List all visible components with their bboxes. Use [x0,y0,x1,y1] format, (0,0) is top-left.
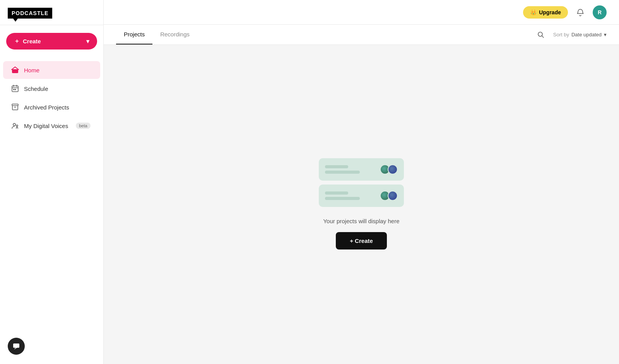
user-avatar[interactable]: R [593,5,607,19]
logo: PODCASTLE [8,8,52,19]
create-button[interactable]: ＋ Create ▾ [6,33,97,50]
create-button-label: Create [23,38,41,44]
svg-rect-0 [12,69,18,73]
sidebar-item-home-label: Home [24,67,39,73]
tab-bar: Projects Recordings [116,25,197,44]
plus-icon: ＋ [14,38,20,45]
header-actions: Sort by Date updated ▾ [535,29,607,41]
sidebar-item-home[interactable]: Home [3,61,100,79]
placeholder-illustration [319,158,404,207]
crown-icon: 👑 [530,9,537,15]
sidebar-item-archived[interactable]: Archived Projects [3,98,100,116]
digital-voices-icon [11,121,19,130]
placeholder-line [325,165,348,168]
topbar: 👑 Upgrade R [104,0,619,25]
tab-recordings[interactable]: Recordings [152,25,197,44]
placeholder-line [325,171,360,174]
sort-by[interactable]: Sort by Date updated ▾ [553,32,607,38]
svg-rect-7 [13,343,19,348]
svg-point-8 [538,32,542,36]
main-content: 👑 Upgrade R Projects Recordings [104,0,619,364]
sidebar-item-schedule-label: Schedule [24,85,48,92]
search-button[interactable] [535,29,547,41]
placeholder-card-1 [319,158,404,181]
placeholder-avatar [388,164,398,174]
home-icon [11,66,19,74]
content-area: Projects Recordings Sort by Date updated… [104,25,619,364]
sort-by-value: Date updated [571,32,602,38]
placeholder-lines-1 [325,165,360,174]
svg-point-5 [13,123,15,126]
schedule-icon [11,84,19,93]
sidebar: PODCASTLE ＋ Create ▾ Home [0,0,104,364]
sidebar-item-digital-voices[interactable]: My Digital Voices beta [3,117,100,135]
upgrade-label: Upgrade [539,9,561,15]
notifications-button[interactable] [574,6,587,19]
placeholder-avatars-2 [380,191,398,201]
chevron-down-icon: ▾ [86,38,89,45]
svg-rect-3 [15,89,16,90]
empty-state-message: Your projects will display here [323,218,399,224]
sort-by-label: Sort by [553,32,569,38]
placeholder-lines-2 [325,191,360,200]
sort-chevron-icon: ▾ [604,32,607,38]
placeholder-avatar [388,191,398,201]
archive-icon [11,103,19,111]
beta-badge: beta [76,123,90,129]
upgrade-button[interactable]: 👑 Upgrade [523,6,568,19]
svg-rect-2 [13,89,14,90]
empty-state: Your projects will display here + Create [104,45,619,362]
sidebar-item-schedule[interactable]: Schedule [3,80,100,97]
placeholder-avatars-1 [380,164,398,174]
logo-area: PODCASTLE [0,0,103,25]
sidebar-item-digital-voices-label: My Digital Voices [24,123,68,129]
svg-point-6 [16,125,18,126]
placeholder-card-2 [319,185,404,207]
sidebar-nav: Home Schedule A [0,57,103,364]
placeholder-line [325,191,348,195]
create-project-button[interactable]: + Create [336,232,387,250]
content-header: Projects Recordings Sort by Date updated… [104,25,619,45]
svg-rect-4 [12,104,18,106]
tab-projects[interactable]: Projects [116,25,152,44]
svg-rect-1 [12,86,18,92]
placeholder-line [325,197,360,200]
chat-button[interactable] [8,338,25,355]
sidebar-item-archived-label: Archived Projects [24,104,69,111]
